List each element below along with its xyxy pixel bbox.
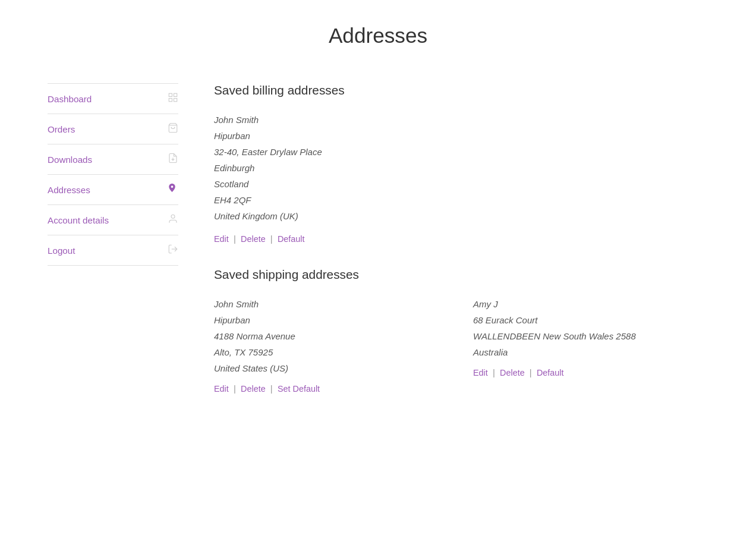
- logout-icon: [168, 244, 178, 257]
- downloads-icon: [168, 153, 178, 166]
- shipping-actions-1: Edit | Delete | Set Default: [214, 383, 449, 394]
- sidebar-item-label-account: Account details: [48, 215, 109, 225]
- shipping-1-sep2: |: [270, 383, 273, 394]
- page-title: Addresses: [48, 24, 708, 48]
- shipping-2-city-state-zip: WALLENDBEEN New South Wales 2588: [473, 328, 708, 344]
- billing-postcode: EH4 2QF: [214, 192, 708, 208]
- sidebar-item-orders[interactable]: Orders: [48, 114, 178, 144]
- addresses-icon: [168, 183, 178, 196]
- sidebar-item-label-orders: Orders: [48, 124, 75, 134]
- svg-rect-3: [174, 99, 177, 102]
- sidebar-item-addresses[interactable]: Addresses: [48, 175, 178, 205]
- sidebar-item-account-details[interactable]: Account details: [48, 205, 178, 235]
- svg-point-7: [171, 215, 175, 218]
- billing-section-title: Saved billing addresses: [214, 83, 708, 97]
- billing-actions: Edit | Delete | Default: [214, 234, 708, 244]
- shipping-1-country: United States (US): [214, 360, 449, 376]
- shipping-1-name: John Smith: [214, 296, 449, 312]
- shipping-2-edit-link[interactable]: Edit: [473, 368, 488, 377]
- svg-point-6: [171, 185, 174, 188]
- shipping-1-sep1: |: [234, 383, 236, 394]
- billing-address-block: John Smith Hipurban 32-40, Easter Drylaw…: [214, 112, 708, 224]
- shipping-address-1: John Smith Hipurban 4188 Norma Avenue Al…: [214, 296, 449, 394]
- billing-street: 32-40, Easter Drylaw Place: [214, 144, 708, 160]
- shipping-2-country: Australia: [473, 344, 708, 360]
- sidebar-item-logout[interactable]: Logout: [48, 235, 178, 266]
- svg-rect-2: [169, 99, 172, 102]
- billing-sep1: |: [234, 234, 236, 244]
- sidebar-item-label-dashboard: Dashboard: [48, 94, 92, 104]
- billing-company: Hipurban: [214, 128, 708, 144]
- shipping-1-delete-link[interactable]: Delete: [241, 384, 266, 394]
- shipping-address-2: Amy J 68 Eurack Court WALLENDBEEN New So…: [473, 296, 708, 394]
- shipping-1-company: Hipurban: [214, 312, 449, 328]
- svg-rect-1: [174, 93, 177, 96]
- shipping-1-set-default-link[interactable]: Set Default: [278, 384, 320, 394]
- sidebar-item-label-addresses: Addresses: [48, 185, 90, 195]
- billing-sep2: |: [270, 234, 273, 244]
- svg-rect-0: [169, 93, 172, 96]
- main-content: Saved billing addresses John Smith Hipur…: [214, 83, 708, 394]
- billing-country: United Kingdom (UK): [214, 208, 708, 224]
- shipping-1-street: 4188 Norma Avenue: [214, 328, 449, 344]
- shipping-2-default-link[interactable]: Default: [537, 368, 564, 377]
- shipping-actions-2: Edit | Delete | Default: [473, 367, 708, 377]
- sidebar-item-label-downloads: Downloads: [48, 155, 92, 165]
- billing-default-link[interactable]: Default: [278, 234, 305, 244]
- shipping-2-street: 68 Eurack Court: [473, 312, 708, 328]
- shipping-section-title: Saved shipping addresses: [214, 268, 708, 282]
- sidebar-item-dashboard[interactable]: Dashboard: [48, 83, 178, 114]
- billing-name: John Smith: [214, 112, 708, 128]
- dashboard-icon: [168, 92, 178, 105]
- shipping-1-city-state-zip: Alto, TX 75925: [214, 344, 449, 360]
- shipping-address-block-1: John Smith Hipurban 4188 Norma Avenue Al…: [214, 296, 449, 376]
- shipping-2-delete-link[interactable]: Delete: [500, 368, 525, 377]
- billing-delete-link[interactable]: Delete: [241, 234, 266, 244]
- shipping-grid: John Smith Hipurban 4188 Norma Avenue Al…: [214, 296, 708, 394]
- shipping-address-block-2: Amy J 68 Eurack Court WALLENDBEEN New So…: [473, 296, 708, 360]
- shipping-2-sep2: |: [530, 367, 532, 377]
- billing-section: Saved billing addresses John Smith Hipur…: [214, 83, 708, 244]
- sidebar-item-downloads[interactable]: Downloads: [48, 144, 178, 175]
- account-icon: [168, 213, 178, 226]
- shipping-1-edit-link[interactable]: Edit: [214, 384, 229, 394]
- shipping-2-name: Amy J: [473, 296, 708, 312]
- billing-region: Scotland: [214, 176, 708, 192]
- shipping-2-sep1: |: [493, 367, 495, 377]
- orders-icon: [168, 122, 178, 136]
- sidebar-item-label-logout: Logout: [48, 246, 75, 256]
- sidebar: Dashboard Orders Downloads Addresses: [48, 83, 178, 394]
- billing-city: Edinburgh: [214, 160, 708, 176]
- billing-edit-link[interactable]: Edit: [214, 234, 229, 244]
- shipping-section: Saved shipping addresses John Smith Hipu…: [214, 268, 708, 394]
